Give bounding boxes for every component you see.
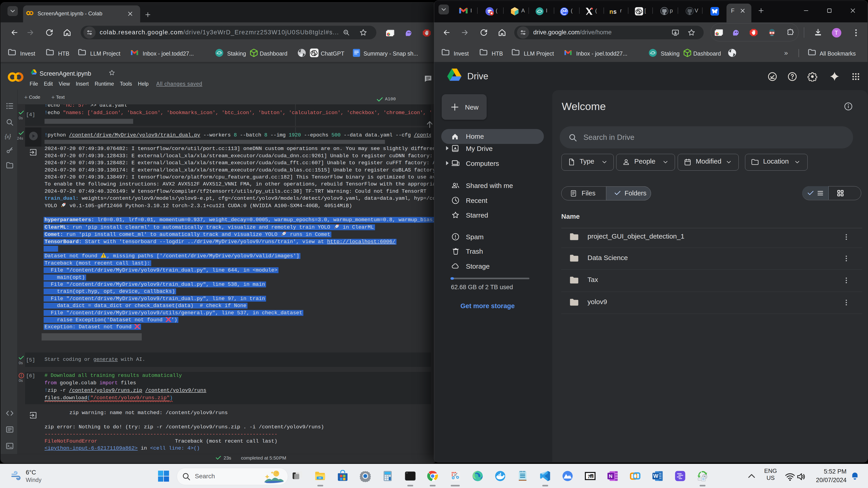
svg-text:W: W (653, 473, 658, 479)
svg-text:N: N (609, 473, 612, 479)
svg-text:z: z (591, 474, 593, 479)
svg-text:7: 7 (588, 474, 590, 480)
